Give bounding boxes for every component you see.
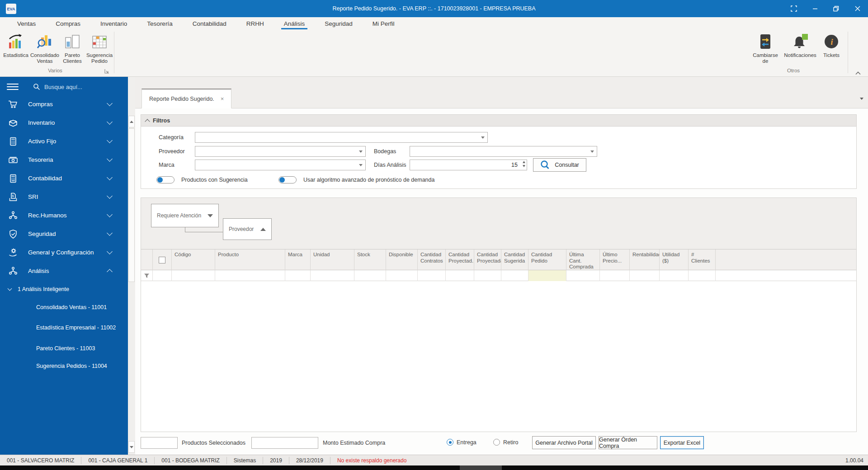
column-header--ltimo-precio-[interactable]: Último Precio... xyxy=(600,249,630,270)
sidebar-item-general-configuracion[interactable]: General y Configuración xyxy=(0,243,128,262)
grid-body-empty[interactable] xyxy=(141,281,856,432)
sidebar-item-seguridad[interactable]: Seguridad xyxy=(0,225,128,243)
filter-cell-16[interactable] xyxy=(660,270,689,281)
menu-mi-perfil[interactable]: Mi Perfil xyxy=(363,17,405,30)
toggle-algoritmo-avanzado[interactable] xyxy=(278,176,297,183)
column-header-stock[interactable]: Stock xyxy=(354,249,386,270)
column-header-marca[interactable]: Marca xyxy=(285,249,311,270)
toggle-productos-sugerencia[interactable] xyxy=(156,176,175,183)
radio-retiro[interactable]: Retiro xyxy=(493,439,518,446)
menu-ventas[interactable]: Ventas xyxy=(7,17,46,30)
sidebar-item-contabilidad[interactable]: Contabilidad xyxy=(0,169,128,188)
sidebar-item-inventario[interactable]: Inventario xyxy=(0,113,128,132)
ribbon-button-pareto-clientes[interactable]: Pareto Clientes xyxy=(60,31,85,68)
column-header-0[interactable] xyxy=(141,249,153,270)
sidebar-item-rec-humanos[interactable]: Rec.Humanos xyxy=(0,206,128,225)
scrollbar-thumb[interactable] xyxy=(128,128,135,282)
column-header-disponible[interactable]: Disponible xyxy=(386,249,418,270)
filter-cell-1[interactable] xyxy=(153,270,172,281)
sidebar-subitem-pareto-clientes[interactable]: Pareto Clientes - 11003 xyxy=(0,339,128,357)
ribbon-button-consolidado-ventas[interactable]: Consolidado Ventas xyxy=(30,31,60,68)
filter-cell-13[interactable] xyxy=(566,270,600,281)
proveedor-combobox[interactable] xyxy=(195,146,366,157)
filter-cell-7[interactable] xyxy=(386,270,418,281)
group-box-requiere-atencion[interactable]: Requiere Atención xyxy=(151,204,219,227)
column-header-cantidad-sugerida[interactable]: Cantidad Sugerida xyxy=(501,249,528,270)
restore-button[interactable] xyxy=(826,0,847,17)
filter-cell-9[interactable] xyxy=(446,270,474,281)
menu-contabilidad[interactable]: Contabilidad xyxy=(183,17,236,30)
generar-orden-compra-button[interactable]: Generar Órden Compra xyxy=(599,436,657,449)
tab-reporte-pedido-sugerido[interactable]: Reporte Pedido Sugerido. × xyxy=(142,89,231,108)
categoria-combobox[interactable] xyxy=(195,132,488,143)
filter-cell-12[interactable] xyxy=(528,270,566,281)
tab-list-dropdown-icon[interactable] xyxy=(860,98,863,100)
filter-cell-17[interactable] xyxy=(689,270,716,281)
hamburger-menu-icon[interactable] xyxy=(7,84,19,90)
radio-entrega[interactable]: Entrega xyxy=(447,439,476,446)
consultar-button[interactable]: Consultar xyxy=(533,158,586,172)
generar-archivo-portal-button[interactable]: Generar Archivo Portal xyxy=(532,436,596,449)
column-header-cantidad-proyectada[interactable]: Cantidad Proyectada xyxy=(474,249,501,270)
column-header-cantidad-contratos[interactable]: Cantidad Contratos xyxy=(418,249,446,270)
minimize-button[interactable] xyxy=(804,0,826,17)
column-header-cantidad-pedido[interactable]: Cantidad Pedido xyxy=(528,249,566,270)
ribbon-button-notificaciones[interactable]: Notificaciones xyxy=(780,31,820,64)
sidebar-item-compras[interactable]: Compras xyxy=(0,95,128,113)
column-header--ltima-cant-comprada[interactable]: Última Cant. Comprada xyxy=(566,249,600,270)
menu-seguridad[interactable]: Seguridad xyxy=(315,17,363,30)
filters-panel-header[interactable]: Filtros xyxy=(141,115,856,127)
close-button[interactable] xyxy=(847,0,868,17)
fullscreen-button[interactable] xyxy=(783,0,804,17)
scroll-down-button[interactable] xyxy=(128,441,135,453)
sidebar-subitem-consolidado-ventas[interactable]: Consolidado Ventas - 11001 xyxy=(0,298,128,316)
ribbon-button-cambiarse-de[interactable]: Cambiarse de xyxy=(750,31,780,64)
sidebar-subitem-sugerencia-pedidos[interactable]: Sugerencia Pedidos - 11004 xyxy=(0,357,128,375)
filter-cell-5[interactable] xyxy=(311,270,354,281)
column-header-rentabilidad[interactable]: Rentabilidad xyxy=(630,249,660,270)
sidebar-scrollbar[interactable] xyxy=(128,77,135,455)
menu-inventario[interactable]: Inventario xyxy=(90,17,137,30)
sidebar-item-activo-fijo[interactable]: Activo Fijo xyxy=(0,132,128,150)
column-header-cantidad-proyectad-[interactable]: Cantidad Proyectad... xyxy=(446,249,474,270)
filter-cell-3[interactable] xyxy=(215,270,285,281)
exportar-excel-button[interactable]: Exportar Excel xyxy=(660,436,704,449)
filter-cell-6[interactable] xyxy=(354,270,386,281)
tab-close-icon[interactable]: × xyxy=(221,95,224,102)
scroll-up-button[interactable] xyxy=(128,116,135,127)
group-dialog-launcher-icon[interactable] xyxy=(104,68,110,74)
filter-cell-4[interactable] xyxy=(285,270,311,281)
menu-analisis[interactable]: Análisis xyxy=(274,17,315,30)
column-header-producto[interactable]: Producto xyxy=(215,249,285,270)
column-header-unidad[interactable]: Unidad xyxy=(311,249,354,270)
sidebar-search-input[interactable]: Busque aquí... xyxy=(33,83,82,90)
marca-combobox[interactable] xyxy=(195,160,366,170)
dias-analisis-input[interactable]: 15 xyxy=(410,160,527,170)
sidebar-subitem-estadistica-empresarial[interactable]: Estadística Empresarial - 11002 xyxy=(0,316,128,339)
spinner-control[interactable] xyxy=(523,161,525,167)
ribbon-button-sugerencia-pedido[interactable]: Sugerencia Pedido xyxy=(85,31,114,68)
column-header-utilidad-[interactable]: Utilidad ($) xyxy=(660,249,689,270)
menu-tesoreria[interactable]: Tesorería xyxy=(137,17,182,30)
filter-cell-15[interactable] xyxy=(630,270,660,281)
filter-cell-11[interactable] xyxy=(501,270,528,281)
filter-cell-10[interactable] xyxy=(474,270,501,281)
monto-estimado-input[interactable] xyxy=(251,437,318,449)
sidebar-item-analisis[interactable]: Análisis xyxy=(0,262,128,280)
productos-seleccionados-input[interactable] xyxy=(141,437,178,449)
collapse-ribbon-icon[interactable] xyxy=(855,69,861,77)
filter-cell-2[interactable] xyxy=(172,270,215,281)
bodegas-combobox[interactable] xyxy=(410,146,597,157)
select-all-checkbox[interactable] xyxy=(159,257,165,263)
ribbon-button-tickets[interactable]: i Tickets xyxy=(820,31,843,64)
group-box-proveedor[interactable]: Proveedor xyxy=(223,218,272,240)
sidebar-group-analisis-inteligente[interactable]: 1 Análisis Inteligente xyxy=(0,280,128,298)
filter-cell-14[interactable] xyxy=(600,270,630,281)
menu-compras[interactable]: Compras xyxy=(46,17,90,30)
filter-cell-8[interactable] xyxy=(418,270,446,281)
column-header-#-clientes[interactable]: # Clientes xyxy=(689,249,716,270)
sidebar-item-sri[interactable]: $ SRI xyxy=(0,188,128,206)
sidebar-item-tesoreria[interactable]: Tesoreria xyxy=(0,150,128,169)
menu-rrhh[interactable]: RRHH xyxy=(236,17,274,30)
column-header-c-digo[interactable]: Código xyxy=(172,249,215,270)
